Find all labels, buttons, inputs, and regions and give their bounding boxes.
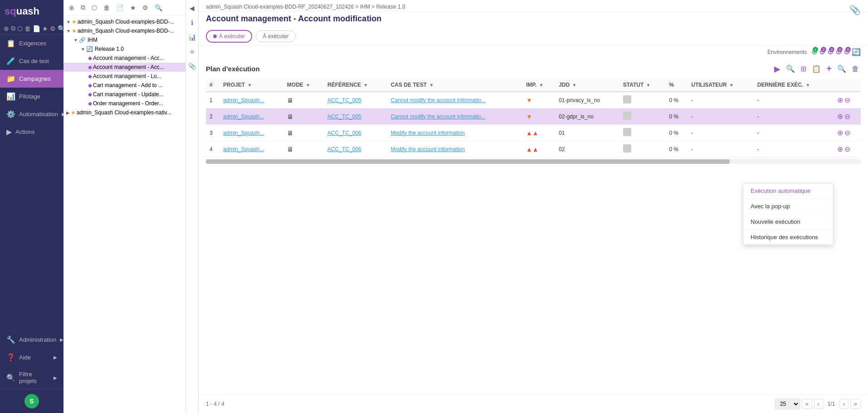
star-icon-btn[interactable]: ★ [42, 25, 48, 32]
cas-de-test-filter[interactable]: ▼ [429, 83, 434, 88]
env-icon-2[interactable]: ⚙2 [819, 48, 825, 56]
gear-icon-btn[interactable]: ⚙ [50, 25, 56, 32]
add-row-btn[interactable]: + [824, 63, 834, 75]
tree-doc-btn[interactable]: 📄 [114, 3, 126, 12]
row-remove-btn[interactable]: ⊖ [844, 96, 850, 104]
tree-delete-btn[interactable]: 🗑 [102, 3, 112, 12]
projet-filter[interactable]: ▼ [247, 83, 252, 88]
env-icon-3[interactable]: ⚙0 [827, 48, 834, 56]
dropdown-item-historique[interactable]: Historique des exécutions [743, 230, 833, 245]
reference-link[interactable]: ACC_TC_005 [327, 97, 361, 103]
cas-link[interactable]: Cannot modify the account informatio... [391, 97, 486, 103]
projet-link[interactable]: admin_Squash... [223, 97, 264, 103]
col-cas-de-test[interactable]: CAS DE TEST ▼ [387, 79, 522, 92]
env-icon-5[interactable]: ⚙5 [844, 48, 850, 56]
delete-row-btn[interactable]: 🗑 [850, 63, 861, 75]
reference-link[interactable]: ACC_TC_006 [327, 146, 361, 152]
chart-icon-btn[interactable]: 📊 [187, 33, 197, 42]
dropdown-item-exec-auto[interactable]: Exécution automatique [743, 183, 833, 199]
tree-item-release1[interactable]: ▼ 🔄 Release 1.0 [63, 44, 185, 54]
col-utilisateur[interactable]: UTILISATEUR ▼ [688, 79, 754, 92]
col-last-exec[interactable]: DERNIÈRE EXÉC. ▼ [754, 79, 834, 92]
reference-filter[interactable]: ▼ [363, 83, 368, 88]
row-add-btn[interactable]: ⊕ [837, 96, 843, 104]
tree-add-btn[interactable]: ⊕ [67, 3, 76, 12]
reference-link[interactable]: ACC_TC_005 [327, 113, 361, 120]
a-executer-btn2[interactable]: À exécuter [256, 30, 295, 42]
row-add-btn[interactable]: ⊕ [837, 145, 843, 153]
move-icon-btn[interactable]: ⬡ [17, 25, 23, 32]
tree-item-cart-mgmt-1[interactable]: ◆ Cart management - Add to ... [63, 81, 185, 90]
copy-icon-btn[interactable]: ⧉ [11, 25, 15, 32]
tree-gear-btn[interactable]: ⚙ [141, 3, 150, 12]
cas-link[interactable]: Modify the account information [391, 146, 465, 152]
tree-star-btn[interactable]: ★ [128, 3, 138, 12]
next-page-btn[interactable]: › [839, 399, 848, 409]
last-page-btn[interactable]: » [850, 399, 861, 409]
row-remove-btn[interactable]: ⊖ [844, 128, 850, 137]
tree-item-ihm[interactable]: ▼ 🔗 IHM [63, 35, 185, 44]
mode-filter[interactable]: ▼ [306, 83, 310, 88]
sidebar-item-campagnes[interactable]: 📁 Campagnes [0, 70, 63, 88]
row-add-btn[interactable]: ⊕ [837, 128, 843, 137]
tree-item-star3[interactable]: ▶ ★ admin_Squash Cloud-examples-nativ... [63, 108, 185, 117]
col-mode[interactable]: MODE ▼ [283, 79, 324, 92]
sidebar-item-cas-de-test[interactable]: 🧪 Cas de test [0, 52, 63, 70]
cas-link[interactable]: Cannot modify the account informatio... [391, 113, 486, 120]
add-icon-btn[interactable]: ⊕ [4, 25, 9, 32]
env-icon-1[interactable]: ⊕1 [811, 48, 817, 56]
col-statut[interactable]: STATUT ▼ [619, 79, 666, 92]
col-projet[interactable]: PROJET ▼ [219, 79, 283, 92]
tree-search-btn[interactable]: 🔍 [153, 3, 164, 12]
sidebar-item-administration[interactable]: 🔧 Administration ▶ [0, 331, 63, 349]
tree-item-star1[interactable]: ▼ ★ admin_Squash Cloud-examples-BDD-... [63, 17, 185, 26]
tree-item-star2[interactable]: ▼ ★ admin_Squash Cloud-examples-BDD-... [63, 26, 185, 35]
env-refresh-btn[interactable]: 🔄 [852, 48, 861, 56]
copy-table-btn[interactable]: 📋 [810, 63, 823, 75]
reference-link[interactable]: ACC_TC_006 [327, 130, 361, 136]
user-avatar[interactable]: S [24, 394, 39, 408]
attachment-icon-btn[interactable]: 📎 [187, 62, 197, 71]
last-exec-filter[interactable]: ▼ [805, 83, 810, 88]
toggle-star1[interactable]: ▼ [66, 20, 71, 25]
projet-link[interactable]: admin_Squash... [223, 130, 264, 136]
col-jdd[interactable]: JDD ▼ [555, 79, 619, 92]
tree-move-btn[interactable]: ⬡ [90, 3, 99, 12]
tree-item-acct-mgmt-1[interactable]: ◆ Account management - Acc... [63, 54, 185, 63]
row-add-btn[interactable]: ⊕ [837, 112, 843, 121]
sidebar-item-exigences[interactable]: 📋 Exigences [0, 34, 63, 52]
col-reference[interactable]: RÉFÉRENCE ▼ [324, 79, 387, 92]
row-remove-btn[interactable]: ⊖ [844, 145, 850, 153]
per-page-select[interactable]: 25 50 100 [775, 398, 800, 409]
play-btn[interactable]: ▶ [772, 63, 782, 75]
statut-filter[interactable]: ▼ [646, 83, 651, 88]
env-icon-4[interactable]: ⚙0 [835, 48, 842, 56]
info-icon-btn[interactable]: ℹ [190, 18, 194, 27]
cas-link[interactable]: Modify the account information [391, 130, 465, 136]
projet-link[interactable]: admin_Squash... [223, 146, 264, 152]
dropdown-item-nouvelle-exec[interactable]: Nouvelle exécution [743, 214, 833, 230]
sidebar-item-filtre-projets[interactable]: 🔍 Filtre projets ▶ [0, 366, 63, 389]
sidebar-item-automatisation[interactable]: ⚙️ Automatisation ▶ [0, 105, 63, 123]
toggle-star2[interactable]: ▼ [66, 29, 71, 34]
collapse-tree-btn[interactable]: ◀ [189, 4, 195, 13]
search-table-btn[interactable]: 🔍 [835, 63, 848, 75]
first-page-btn[interactable]: « [802, 399, 812, 409]
tree-item-acct-mgmt-2[interactable]: ◆ Account management - Acc... [63, 63, 185, 72]
a-executer-btn1[interactable]: À exécuter [206, 30, 252, 43]
horizontal-scrollbar[interactable] [206, 159, 861, 164]
utilisateur-filter[interactable]: ▼ [729, 83, 734, 88]
sidebar-item-aide[interactable]: ❓ Aide ▶ [0, 349, 63, 366]
prev-page-btn[interactable]: ‹ [814, 399, 823, 409]
imp-filter[interactable]: ▼ [539, 83, 543, 88]
dropdown-item-avec-popup[interactable]: Avec la pop-up [743, 199, 833, 214]
jdd-filter[interactable]: ▼ [572, 83, 576, 88]
toggle-star3[interactable]: ▶ [66, 110, 70, 115]
tree-item-cart-mgmt-2[interactable]: ◆ Cart management - Update... [63, 90, 185, 99]
delete-icon-btn[interactable]: 🗑 [24, 25, 31, 32]
search-play-btn[interactable]: 🔍 [784, 63, 797, 75]
tree-copy-btn[interactable]: ⧉ [79, 3, 87, 12]
tree-item-acct-mgmt-3[interactable]: ◆ Account management - Lo... [63, 72, 185, 81]
toggle-release1[interactable]: ▼ [81, 47, 85, 52]
tree-item-order-mgmt[interactable]: ◆ Order management - Order... [63, 99, 185, 108]
